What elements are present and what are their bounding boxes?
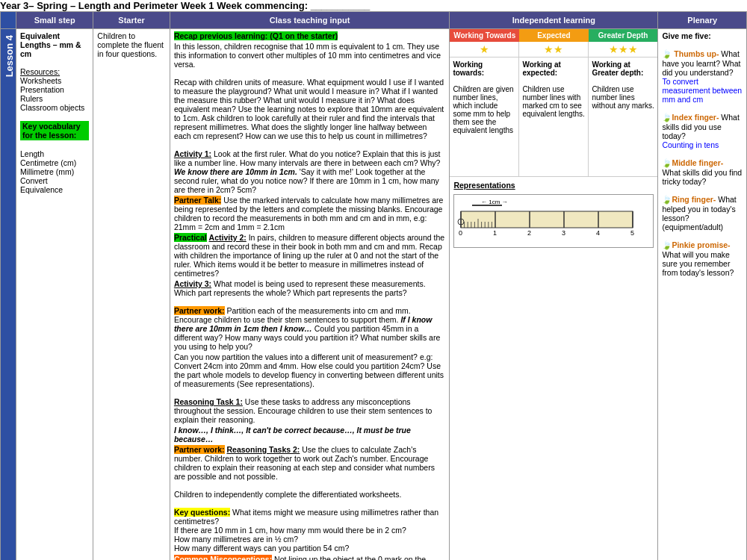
svg-text:4: 4 — [596, 229, 600, 237]
svg-text:3: 3 — [562, 229, 565, 237]
recap-text: In this lesson, children recognise that … — [174, 42, 446, 69]
pinkie-label: 🍃Pinkie promise- — [662, 240, 730, 249]
indep-desc-row: Working towards: Children are given numb… — [450, 57, 657, 177]
svg-rect-3 — [461, 211, 633, 228]
lesson-col-header — [1, 12, 16, 29]
expected-desc-cell: Working at expected: Children use number… — [519, 57, 589, 176]
activity3-text: Activity 3: What model is being used to … — [174, 279, 446, 297]
partner-talk1-text: Partner Talk: Use the marked intervals t… — [174, 196, 446, 231]
teaching-header: Class teaching input — [170, 12, 450, 29]
representations-section: Representations ← 1cm → — [450, 177, 657, 252]
vocab-equivalence: Equivalence — [20, 185, 89, 194]
working-header: Working Towards — [450, 29, 519, 42]
lesson-label-cell: Lesson 4 — [1, 29, 16, 561]
independent-text: Children to independently complete the d… — [174, 490, 446, 499]
star2-icon: ★★ — [544, 43, 563, 55]
key-vocab-label: Key vocabulary for the lesson: — [20, 121, 89, 140]
indep-cell: Working Towards Expected Greater Depth ★… — [450, 29, 658, 561]
recap-label: Recap previous learning: (Q1 on the star… — [174, 31, 338, 40]
expected-title: Working at expected: — [522, 60, 585, 77]
reasoning1-text: Reasoning Task 1: Use these tasks to add… — [174, 397, 446, 424]
stars-row: ★ ★★ ★★★ — [450, 42, 657, 57]
key-questions-text: Key questions: What items might we measu… — [174, 508, 446, 553]
expected-header: Expected — [519, 29, 589, 42]
lesson-label: Lesson 4 — [1, 29, 16, 83]
plenary-cell: Give me five: 🍃 Thumbs up- What have you… — [658, 29, 747, 561]
activity3-label: Activity 3: — [174, 279, 211, 288]
partition-text: Can you now partition the values into a … — [174, 352, 446, 388]
greater-header: Greater Depth — [589, 29, 658, 42]
reasoning2-label: Reasoning Tasks 2: — [226, 445, 300, 454]
small-step-header: Small step — [16, 12, 93, 29]
greater-desc: Children use number lines without any ma… — [592, 85, 654, 110]
thumb-blue: To convert measurement between mm and cm — [662, 77, 742, 104]
small-step-title: Equivalent Lengths – mm & cm — [20, 31, 81, 58]
representations-label: Representations — [453, 181, 654, 190]
greater-title: Working at Greater depth: — [592, 60, 654, 77]
ruler-box: ← 1cm → — [453, 194, 654, 248]
svg-text:5: 5 — [630, 229, 634, 237]
activity3-body: What model is being used to represent th… — [174, 279, 426, 297]
index-label: 🍃Index finger- — [662, 113, 719, 122]
activity1-body: Look at the first ruler. What do you not… — [174, 149, 441, 167]
starter-header: Starter — [93, 12, 170, 29]
indep-headers: Working Towards Expected Greater Depth — [450, 29, 657, 42]
vocab-convert: Convert — [20, 176, 89, 185]
resource-rulers: Rulers — [20, 94, 89, 103]
activity1-label: Activity 1: — [174, 149, 211, 158]
middle-section: 🍃Middle finger- What skills did you find… — [662, 158, 743, 186]
middle-label: 🍃Middle finger- — [662, 158, 723, 167]
reasoning1-italic: I know…, I think…, It can't be correct b… — [174, 426, 446, 444]
activity1-text: Activity 1: Look at the first ruler. Wha… — [174, 149, 446, 194]
key-questions-label: Key questions: — [174, 508, 230, 517]
header-title: Year 3– Spring – Length and Perimeter We… — [0, 0, 370, 11]
teaching-cell: Recap previous learning: (Q1 on the star… — [170, 29, 450, 561]
top-header: Year 3– Spring – Length and Perimeter We… — [0, 0, 747, 11]
svg-text:1: 1 — [493, 229, 497, 237]
svg-text:← 1cm →: ← 1cm → — [481, 199, 508, 205]
pinkie-section: 🍃Pinkie promise- What will you make sure… — [662, 240, 743, 277]
working-desc-cell: Working towards: Children are given numb… — [450, 57, 519, 176]
thumb-section: 🍃 Thumbs up- What have you learnt? What … — [662, 49, 743, 104]
starter-text: Children to complete the fluent in four … — [97, 31, 166, 58]
pinkie-q: What will you make sure you remember fro… — [662, 250, 734, 277]
vocab-length: Length — [20, 149, 89, 158]
svg-text:0: 0 — [459, 229, 462, 237]
working-title: Working towards: — [453, 60, 515, 77]
give-five: Give me five: — [662, 31, 743, 40]
star-greater: ★★★ — [589, 42, 657, 57]
thumb-label: 🍃 Thumbs up- — [662, 49, 719, 58]
activity1-italic: We know there are 10mm in 1cm. — [174, 167, 297, 176]
small-step-cell: Equivalent Lengths – mm & cm Resources: … — [16, 29, 93, 561]
indep-header: Independent learning — [450, 12, 658, 29]
star1-icon: ★ — [480, 43, 489, 55]
star-expected: ★★ — [519, 42, 589, 57]
expected-desc: Children use number lines with marked cm… — [522, 85, 585, 118]
partner-work2-label: Partner work: — [174, 445, 225, 454]
practical-text: Practical Activity 2: In pairs, children… — [174, 233, 446, 278]
partner-talk1-label: Partner Talk: — [174, 196, 221, 205]
index-section: 🍃Index finger- What skills did you use t… — [662, 113, 743, 149]
ring-label: 🍃Ring finger- — [662, 195, 716, 204]
resources-label: Resources: — [20, 67, 60, 76]
resource-worksheets: Worksheets — [20, 76, 89, 85]
reasoning1-label: Reasoning Task 1: — [174, 397, 243, 406]
index-blue: Counting in tens — [662, 140, 719, 149]
star-working: ★ — [450, 42, 519, 57]
common-misc-label: Common Misconceptions: — [174, 555, 272, 560]
svg-text:2: 2 — [527, 229, 531, 237]
ring-section: 🍃Ring finger- What helped you in today's… — [662, 195, 743, 231]
vocab-millimetre: Millimetre (mm) — [20, 167, 89, 176]
activity2-label: Activity 2: — [209, 233, 247, 242]
practical-label: Practical — [174, 233, 207, 242]
resource-presentation: Presentation — [20, 85, 89, 94]
plenary-header: Plenary — [658, 12, 747, 29]
reasoning2-text: Partner work: Reasoning Tasks 2: Use the… — [174, 445, 446, 481]
partner-work-text: Partner work: Partition each of the meas… — [174, 306, 446, 351]
starter-cell: Children to complete the fluent in four … — [93, 29, 170, 561]
ruler-svg: ← 1cm → — [457, 198, 636, 243]
resource-classroom: Classroom objects — [20, 103, 89, 112]
recap2-text: Recap with children units of measure. Wh… — [174, 78, 446, 140]
middle-q: What skills did you find tricky today? — [662, 168, 742, 186]
vocab-centimetre: Centimetre (cm) — [20, 158, 89, 167]
